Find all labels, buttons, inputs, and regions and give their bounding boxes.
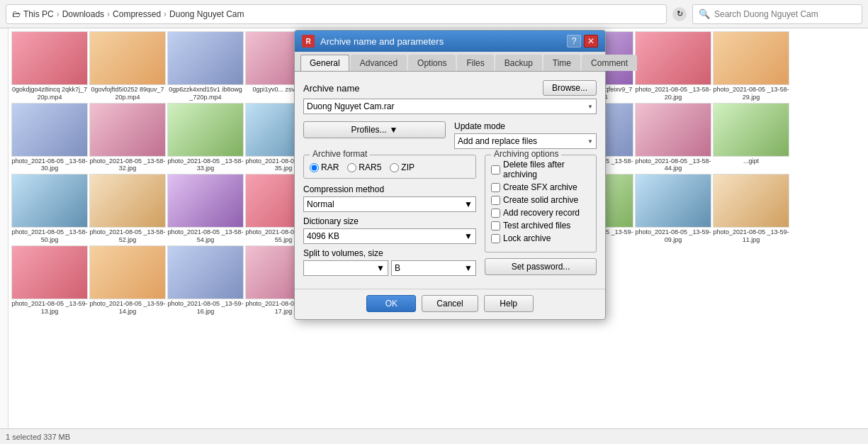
archive-format-label: Archive format bbox=[310, 149, 370, 159]
dialog-title: Archive name and parameters bbox=[320, 36, 444, 47]
compression-arrow: ▼ bbox=[464, 199, 473, 209]
tab-options[interactable]: Options bbox=[408, 55, 456, 71]
archive-format-group: Archive format RAR RAR5 ZIP bbox=[303, 155, 476, 179]
status-text: 1 selected 337 MB bbox=[6, 433, 70, 441]
option-checkbox-3[interactable]: Add recovery record bbox=[491, 208, 590, 218]
help-titlebar-button[interactable]: ? bbox=[567, 35, 581, 48]
search-input[interactable] bbox=[714, 9, 856, 19]
compression-label: Compression method bbox=[303, 184, 476, 194]
option-checkbox-0[interactable]: Delete files after archiving bbox=[491, 160, 590, 179]
list-item[interactable]: photo_2021-08-05 _13-58-30.jpg bbox=[11, 103, 88, 173]
split-unit-arrow: ▼ bbox=[464, 263, 473, 273]
compression-value: Normal bbox=[307, 199, 334, 209]
radio-rar5[interactable] bbox=[347, 163, 356, 172]
radio-rar[interactable] bbox=[310, 163, 319, 172]
close-button[interactable]: ✕ bbox=[584, 35, 598, 48]
list-item[interactable]: photo_2021-08-05 _13-58-20.jpg bbox=[635, 31, 711, 101]
browse-button[interactable]: Browse... bbox=[543, 80, 597, 96]
update-mode-combo[interactable]: Add and replace files ▼ bbox=[454, 133, 597, 149]
profiles-updatemode-row: Profiles... ▼ Update mode Add and replac… bbox=[303, 121, 597, 149]
list-item[interactable]: photo_2021-08-05 _13-58-32.jpg bbox=[89, 103, 166, 173]
option-checkbox-5[interactable]: Lock archive bbox=[491, 233, 590, 243]
list-item[interactable]: photo_2021-08-05 _13-59-09.jpg bbox=[635, 174, 711, 244]
list-item[interactable]: photo_2021-08-05 _13-59-16.jpg bbox=[167, 245, 244, 316]
compression-method-row: Compression method Normal ▼ bbox=[303, 184, 476, 212]
list-item[interactable]: 0gokdjgo4z8incq 2qkk7j_720p.mp4 bbox=[11, 31, 88, 101]
list-item[interactable]: photo_2021-08-05 _13-58-50.jpg bbox=[11, 174, 88, 244]
archive-dialog: R Archive name and parameters ? ✕ Genera… bbox=[294, 30, 606, 320]
search-icon: 🔍 bbox=[699, 9, 710, 19]
help-button[interactable]: Help bbox=[484, 295, 534, 312]
tab-backup[interactable]: Backup bbox=[495, 55, 542, 71]
option-checkbox-2[interactable]: Create solid archive bbox=[491, 195, 590, 205]
breadcrumb-current[interactable]: Duong Nguyet Cam bbox=[169, 9, 244, 19]
dialog-buttons: OK Cancel Help bbox=[295, 289, 605, 319]
options-checkboxes: Delete files after archivingCreate SFX a… bbox=[491, 160, 590, 243]
list-item[interactable]: photo_2021-08-05 _13-58-44.jpg bbox=[635, 103, 711, 173]
search-box[interactable]: 🔍 bbox=[692, 4, 862, 24]
set-password-button[interactable]: Set password... bbox=[485, 258, 597, 275]
update-mode-value: Add and replace files bbox=[458, 136, 537, 146]
status-bar: 1 selected 337 MB bbox=[0, 428, 868, 444]
list-item[interactable]: photo_2021-08-05 _13-58-52.jpg bbox=[89, 174, 166, 244]
archive-name-header: Archive name Browse... bbox=[303, 80, 597, 96]
list-item[interactable]: 0gp6zzk4xnd15v1 ib8owg_720p.mp4 bbox=[167, 31, 244, 101]
winrar-icon: R bbox=[302, 35, 315, 48]
list-item[interactable]: ...gipt bbox=[713, 103, 789, 173]
tab-advanced[interactable]: Advanced bbox=[351, 55, 407, 71]
option-checkbox-4[interactable]: Test archived files bbox=[491, 221, 590, 231]
list-item[interactable]: photo_2021-08-05 _13-58-29.jpg bbox=[713, 31, 789, 101]
archiving-options-label: Archiving options bbox=[491, 149, 561, 159]
tab-general[interactable]: General bbox=[300, 55, 349, 71]
format-zip[interactable]: ZIP bbox=[390, 162, 415, 172]
cancel-button[interactable]: Cancel bbox=[422, 295, 478, 312]
archive-name-value: Duong Nguyet Cam.rar bbox=[307, 101, 394, 111]
list-item[interactable]: photo_2021-08-05 _13-58-33.jpg bbox=[167, 103, 244, 173]
archive-name-arrow: ▼ bbox=[587, 104, 593, 110]
format-radio-group: RAR RAR5 ZIP bbox=[310, 162, 470, 172]
breadcrumb-downloads[interactable]: Downloads bbox=[62, 9, 104, 19]
format-options-row: Archive format RAR RAR5 ZIP bbox=[303, 155, 597, 280]
dialog-tabs: General Advanced Options Files Backup Ti… bbox=[295, 52, 605, 72]
profiles-dropdown-arrow: ▼ bbox=[390, 125, 398, 135]
list-item[interactable]: photo_2021-08-05 _13-58-54.jpg bbox=[167, 174, 244, 244]
dialog-body: Archive name Browse... Duong Nguyet Cam.… bbox=[295, 72, 605, 289]
refresh-button[interactable]: ↻ bbox=[672, 7, 687, 21]
list-item[interactable]: photo_2021-08-05 _13-59-13.jpg bbox=[11, 245, 88, 316]
dictionary-combo[interactable]: 4096 KB ▼ bbox=[303, 228, 476, 244]
archive-name-combo[interactable]: Duong Nguyet Cam.rar ▼ bbox=[303, 99, 597, 114]
split-input[interactable]: ▼ bbox=[303, 260, 388, 276]
tab-time[interactable]: Time bbox=[543, 55, 580, 71]
dialog-titlebar: R Archive name and parameters ? ✕ bbox=[295, 30, 605, 52]
list-item[interactable]: photo_2021-08-05 _13-59-11.jpg bbox=[713, 174, 789, 244]
ok-button[interactable]: OK bbox=[366, 295, 416, 312]
archive-name-label: Archive name bbox=[303, 83, 359, 94]
update-mode-arrow: ▼ bbox=[587, 138, 593, 145]
archiving-options-group: Archiving options Delete files after arc… bbox=[485, 155, 597, 252]
profiles-button[interactable]: Profiles... ▼ bbox=[303, 121, 446, 138]
split-unit-combo[interactable]: B ▼ bbox=[391, 260, 476, 276]
compression-combo[interactable]: Normal ▼ bbox=[303, 196, 476, 212]
profiles-label: Profiles... bbox=[351, 125, 387, 135]
left-panel bbox=[0, 28, 9, 428]
list-item[interactable]: photo_2021-08-05 _13-59-14.jpg bbox=[89, 245, 166, 316]
split-unit: B bbox=[395, 263, 400, 273]
format-rar5[interactable]: RAR5 bbox=[347, 162, 381, 172]
dictionary-arrow: ▼ bbox=[464, 231, 473, 241]
breadcrumb[interactable]: 🗁 This PC › Downloads › Compressed › Duo… bbox=[6, 4, 667, 24]
tab-comment[interactable]: Comment bbox=[582, 55, 637, 71]
list-item[interactable]: 0govfojftd5i0252 89quv_720p.mp4 bbox=[89, 31, 166, 101]
update-mode-label: Update mode bbox=[454, 121, 597, 131]
dictionary-row: Dictionary size 4096 KB ▼ bbox=[303, 216, 476, 244]
radio-zip[interactable] bbox=[390, 163, 399, 172]
tab-files[interactable]: Files bbox=[457, 55, 493, 71]
explorer-toolbar: 🗁 This PC › Downloads › Compressed › Duo… bbox=[0, 0, 868, 28]
split-arrow: ▼ bbox=[376, 263, 385, 273]
option-checkbox-1[interactable]: Create SFX archive bbox=[491, 182, 590, 192]
split-label: Split to volumes, size bbox=[303, 248, 476, 258]
format-rar[interactable]: RAR bbox=[310, 162, 339, 172]
breadcrumb-thispc[interactable]: This PC bbox=[23, 9, 54, 19]
folder-icon: 🗁 bbox=[12, 9, 21, 19]
breadcrumb-compressed[interactable]: Compressed bbox=[113, 9, 161, 19]
dictionary-value: 4096 KB bbox=[307, 231, 339, 241]
